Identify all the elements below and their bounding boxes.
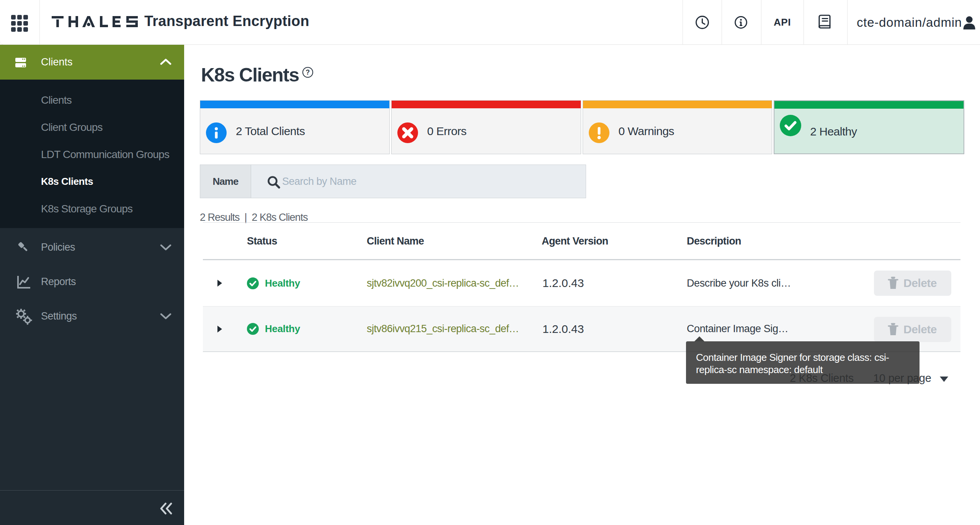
svg-text:?: ? [306,68,310,76]
